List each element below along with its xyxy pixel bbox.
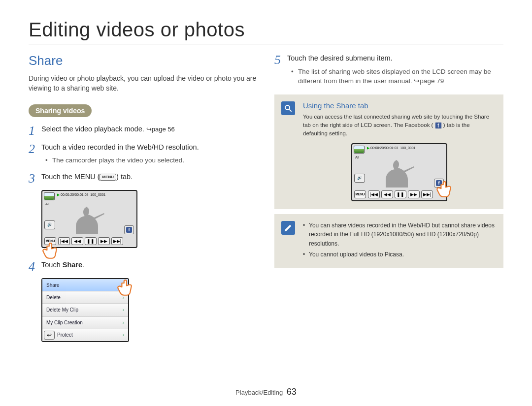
prev-icon[interactable]: |◀◀: [368, 190, 380, 198]
timecode: 00:00:20/00:01:03 100_0001: [57, 193, 106, 197]
menu-screenshot: Share› Delete› Delete My Clip› My Clip C…: [41, 278, 129, 342]
transport-controls: |◀◀ ◀◀ ❚❚ ▶▶ ▶▶|: [58, 237, 123, 245]
touch-hand-icon: [41, 240, 62, 261]
all-label: All: [355, 155, 359, 159]
touch-hand-icon: [116, 277, 137, 298]
video-silhouette: [65, 202, 114, 234]
next-icon[interactable]: ▶▶|: [111, 237, 123, 245]
facebook-tab-icon: f: [124, 225, 134, 234]
step-4-text: Touch Share.: [41, 260, 258, 273]
step-4-bold: Share: [63, 261, 82, 269]
note-callout: You can share videos recorded in the Web…: [274, 214, 503, 268]
lcd-screenshot-menu: 00:00:20/00:01:03 100_0001 All 🔊 f MENU …: [41, 190, 137, 248]
step-number: 5: [274, 53, 287, 88]
svg-point-0: [285, 105, 290, 110]
step-2-bullet: The camcorder plays the video you select…: [45, 156, 258, 165]
next-icon[interactable]: ▶▶|: [421, 190, 433, 198]
transport-controls: |◀◀ ◀◀ ❚❚ ▶▶ ▶▶|: [368, 190, 433, 198]
step-1-text: Select the video playback mode. ↪page 56: [41, 124, 258, 137]
callout-title: Using the Share tab: [303, 101, 496, 110]
page-footer: Playback/Editing 63: [0, 387, 532, 397]
step-number: 3: [29, 172, 41, 185]
page-title: Editing videos or photos: [29, 19, 503, 44]
note-bullet-1: You can share videos recorded in the Web…: [303, 221, 496, 249]
step-3-text: Touch the MENU (MENU) tab.: [41, 172, 258, 185]
step-number: 4: [29, 260, 41, 273]
callout-body: You can access the last connected sharin…: [303, 113, 496, 138]
intro-text: During video or photo playback, you can …: [29, 73, 258, 94]
facebook-icon: f: [435, 122, 442, 129]
footer-section: Playback/Editing: [235, 389, 283, 396]
step-3-post: ) tab.: [116, 173, 133, 181]
back-icon[interactable]: ↩: [44, 331, 55, 340]
all-label: All: [45, 202, 49, 206]
forward-icon[interactable]: ▶▶: [408, 190, 420, 198]
menu-item-protect[interactable]: Protect›: [42, 329, 128, 341]
step-4-post: .: [82, 261, 84, 269]
sharing-videos-pill: Sharing videos: [29, 104, 92, 117]
touch-hand-icon: [435, 179, 456, 199]
step-3-pre: Touch the MENU (: [41, 173, 100, 181]
svg-line-1: [289, 109, 292, 112]
note-icon: [281, 221, 295, 235]
timecode: 00:00:20/00:01:03 100_0001: [367, 146, 416, 150]
page-ref: ↪page 56: [146, 125, 175, 133]
rewind-icon[interactable]: ◀◀: [381, 190, 393, 198]
step-5-bullet: The list of sharing web sites displayed …: [291, 67, 503, 86]
lcd-screenshot-share: 00:00:20/00:01:03 100_0001 All 🔊 f MENU …: [351, 143, 447, 201]
thumbnail-icon: [44, 192, 55, 200]
share-heading: Share: [29, 53, 258, 68]
step-2-text: Touch a video recorded in the Web/HD res…: [41, 143, 199, 151]
step-4-pre: Touch: [41, 261, 63, 269]
step-1-main: Select the video playback mode.: [41, 125, 146, 133]
volume-icon: 🔊: [354, 174, 365, 183]
forward-icon[interactable]: ▶▶: [98, 237, 110, 245]
step-number: 2: [29, 142, 41, 167]
magnifier-icon: [281, 101, 295, 115]
video-silhouette: [375, 155, 424, 187]
step-number: 1: [29, 124, 41, 137]
page-number: 63: [287, 387, 297, 397]
pause-icon[interactable]: ❚❚: [395, 190, 406, 198]
menu-item-my-clip-creation[interactable]: My Clip Creation›: [42, 316, 128, 329]
rewind-icon[interactable]: ◀◀: [71, 237, 83, 245]
menu-item-delete[interactable]: Delete›: [42, 291, 128, 304]
step-5-text: Touch the desired submenu item.: [287, 54, 393, 62]
menu-item-delete-my-clip[interactable]: Delete My Clip›: [42, 304, 128, 316]
menu-icon: MENU: [100, 174, 116, 181]
volume-icon: 🔊: [44, 220, 55, 229]
note-bullet-2: You cannot upload videos to Picasa.: [303, 250, 496, 259]
share-tab-callout: Using the Share tab You can access the l…: [274, 94, 503, 209]
thumbnail-icon: [354, 146, 365, 154]
pause-icon[interactable]: ❚❚: [85, 237, 97, 245]
menu-item-share[interactable]: Share›: [42, 279, 128, 291]
menu-button[interactable]: MENU: [354, 190, 366, 198]
